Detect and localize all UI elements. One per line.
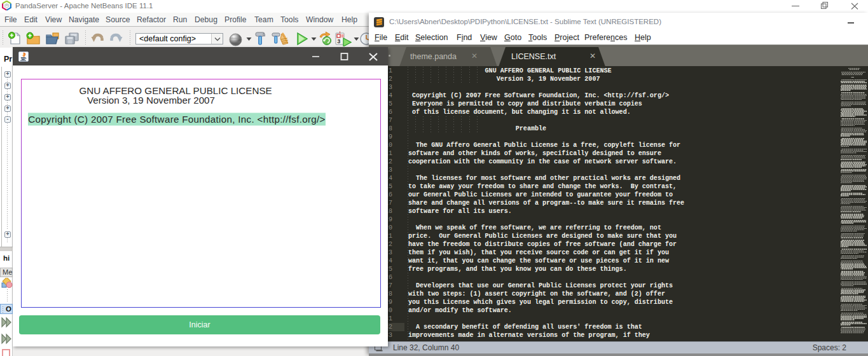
svg-text:3: 3 bbox=[337, 38, 340, 44]
